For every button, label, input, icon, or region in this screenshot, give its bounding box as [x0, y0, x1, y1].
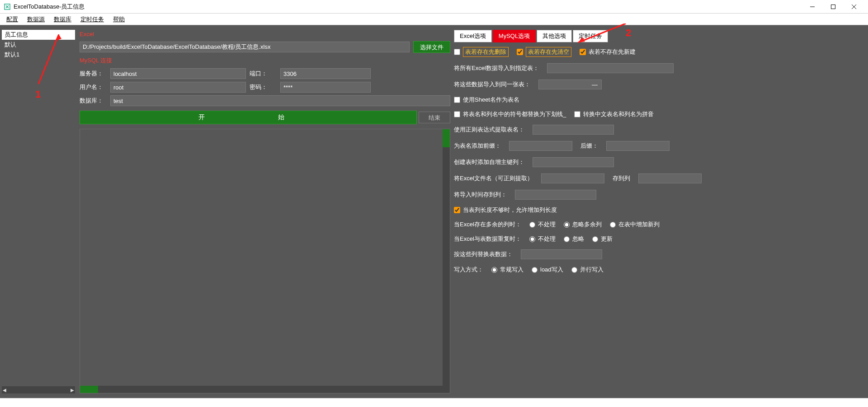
- menubar: 配置 数据源 数据库 定时任务 帮助: [0, 14, 868, 25]
- lbl-import-time-col: 将导入时间存到列：: [454, 191, 507, 199]
- content: Excel 选择文件 MySQL 连接 服务器： 端口： 用户名： 密码： 数据…: [77, 25, 868, 398]
- radio-dup-0[interactable]: [529, 236, 535, 242]
- cb-create-if-absent[interactable]: [580, 49, 586, 55]
- input-suffix[interactable]: [606, 141, 670, 151]
- log-vscrollbar[interactable]: [443, 129, 450, 393]
- tabs: Excel选项 MySQL选项 其他选项 定时任务: [454, 30, 865, 42]
- menu-help[interactable]: 帮助: [109, 14, 128, 24]
- input-autoinc[interactable]: [533, 157, 614, 167]
- radio-wm-2[interactable]: [571, 267, 577, 273]
- excel-section-label: Excel: [80, 30, 450, 38]
- minimize-button[interactable]: [802, 0, 823, 14]
- lbl-autoinc: 创建表时添加自增主键列：: [454, 158, 524, 166]
- menu-config[interactable]: 配置: [3, 14, 22, 24]
- btn-same-table[interactable]: —: [538, 80, 602, 89]
- input-import-all[interactable]: [547, 63, 674, 73]
- maximize-button[interactable]: [823, 0, 844, 14]
- input-filename-col[interactable]: [638, 173, 702, 183]
- lbl-suffix: 后缀：: [580, 142, 598, 150]
- rg-write-mode: 常规写入 load写入 并行写入: [491, 266, 604, 274]
- close-button[interactable]: [844, 0, 864, 14]
- mysql-section-label: MySQL 连接: [80, 56, 450, 65]
- log-area: [80, 129, 450, 393]
- port-label: 端口：: [250, 70, 277, 78]
- cb-drop-first[interactable]: [454, 49, 460, 55]
- tab-schedule[interactable]: 定时任务: [573, 30, 608, 42]
- options-panel: 表若存在先删除 表若存在先清空 表若不存在先新建 将所有Excel数据导入到指定…: [454, 45, 865, 274]
- input-replace-by-cols[interactable]: [521, 249, 602, 259]
- lbl-replace-symbols: 将表名和列名中的符号都替换为下划线_: [463, 110, 566, 118]
- sidebar-item-1[interactable]: 默认: [2, 40, 75, 50]
- lbl-dup: 当Excel与表数据重复时：: [454, 235, 521, 243]
- right-panel: Excel选项 MySQL选项 其他选项 定时任务 2 表若存在先删除 表若存在…: [454, 30, 865, 393]
- main-area: 员工信息 默认 默认1 ◀▶ 1 Excel 选择文件 MySQL 连接 服务器…: [0, 25, 868, 398]
- db-input[interactable]: [110, 95, 450, 106]
- radio-extra-0[interactable]: [529, 222, 535, 228]
- menu-schedule[interactable]: 定时任务: [77, 14, 108, 24]
- tab-mysql[interactable]: MySQL选项: [493, 30, 536, 42]
- password-input[interactable]: [280, 82, 371, 93]
- lbl-sheet-as-table: 使用Sheet名作为表名: [463, 96, 519, 104]
- lbl-regex-extract: 使用正则表达式提取表名：: [454, 126, 524, 134]
- sidebar-scrollbar[interactable]: ◀▶: [2, 386, 75, 393]
- cb-sheet-as-table[interactable]: [454, 97, 460, 103]
- server-label: 服务器：: [80, 70, 107, 78]
- lbl-save-to-col: 存到列: [613, 174, 630, 182]
- radio-dup-1[interactable]: [564, 236, 570, 242]
- server-input[interactable]: [110, 68, 246, 79]
- lbl-filename-col: 将Excel文件名（可正则提取）: [454, 174, 533, 182]
- svg-rect-2: [831, 5, 835, 9]
- lbl-replace-by-cols: 按这些列替换表数据：: [454, 250, 513, 258]
- start-button[interactable]: 开 始: [80, 111, 417, 124]
- excel-path-input[interactable]: [80, 42, 410, 52]
- input-prefix[interactable]: [509, 141, 572, 151]
- cb-convert-pinyin[interactable]: [574, 111, 580, 117]
- lbl-allow-widen: 当表列长度不够时，允许增加列长度: [463, 206, 557, 214]
- footer: [0, 398, 868, 407]
- lbl-drop-first: 表若存在先删除: [463, 47, 509, 57]
- user-input[interactable]: [110, 82, 246, 93]
- cb-allow-widen[interactable]: [454, 207, 460, 213]
- input-filename-regex[interactable]: [541, 173, 604, 183]
- lbl-import-same: 将这些数据导入到同一张表：: [454, 80, 530, 89]
- rg-dup: 不处理 忽略 更新: [529, 235, 613, 243]
- select-file-button[interactable]: 选择文件: [413, 41, 450, 53]
- lbl-import-all: 将所有Excel数据导入到指定表：: [454, 64, 539, 72]
- window-title: ExcelToDatabase-员工信息: [14, 3, 802, 11]
- lbl-extra-cols: 当Excel存在多余的列时：: [454, 220, 521, 229]
- cb-truncate-first[interactable]: [517, 49, 523, 55]
- radio-extra-2[interactable]: [610, 222, 616, 228]
- app-icon: [4, 3, 11, 10]
- rg-extra-cols: 不处理 忽略多余列 在表中增加新列: [529, 220, 660, 229]
- port-input[interactable]: [280, 68, 371, 79]
- radio-extra-1[interactable]: [564, 222, 570, 228]
- user-label: 用户名：: [80, 83, 107, 91]
- sidebar: 员工信息 默认 默认1 ◀▶ 1: [0, 25, 77, 398]
- menu-datasource[interactable]: 数据源: [24, 14, 48, 24]
- log-hscrollbar[interactable]: [80, 386, 443, 393]
- password-label: 密码：: [250, 83, 277, 91]
- lbl-create-if-absent: 表若不存在先新建: [589, 48, 636, 56]
- lbl-write-mode: 写入方式：: [454, 266, 483, 274]
- radio-wm-1[interactable]: [532, 267, 538, 273]
- lbl-truncate-first: 表若存在先清空: [526, 47, 571, 57]
- radio-dup-2[interactable]: [592, 236, 598, 242]
- sidebar-item-0[interactable]: 员工信息: [2, 30, 75, 40]
- radio-wm-0[interactable]: [491, 267, 497, 273]
- sidebar-item-2[interactable]: 默认1: [2, 50, 75, 60]
- db-label: 数据库：: [80, 97, 107, 105]
- titlebar: ExcelToDatabase-员工信息: [0, 0, 868, 14]
- left-panel: Excel 选择文件 MySQL 连接 服务器： 端口： 用户名： 密码： 数据…: [80, 30, 450, 393]
- menu-database[interactable]: 数据库: [50, 14, 75, 24]
- input-regex-extract[interactable]: [533, 125, 614, 135]
- tab-excel[interactable]: Excel选项: [454, 30, 492, 42]
- input-import-time-col[interactable]: [515, 190, 596, 200]
- sidebar-list: 员工信息 默认 默认1: [2, 30, 75, 383]
- cb-replace-symbols[interactable]: [454, 111, 460, 117]
- tab-other[interactable]: 其他选项: [537, 30, 572, 42]
- stop-button[interactable]: 结束: [419, 112, 450, 123]
- lbl-convert-pinyin: 转换中文表名和列名为拼音: [583, 110, 654, 118]
- lbl-prefix: 为表名添加前缀：: [454, 142, 501, 150]
